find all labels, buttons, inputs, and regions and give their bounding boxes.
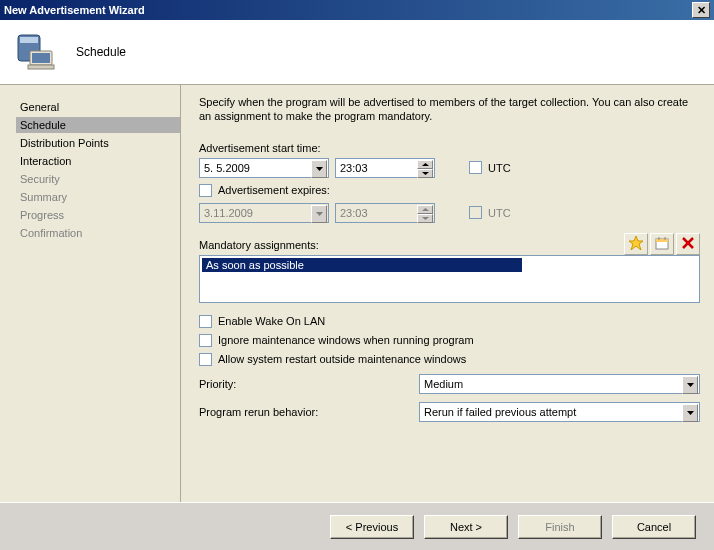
svg-rect-3 — [32, 53, 50, 63]
delete-x-icon — [681, 236, 695, 252]
expire-time-value: 23:03 — [340, 207, 368, 219]
nav-distribution-points[interactable]: Distribution Points — [16, 135, 180, 151]
svg-marker-6 — [422, 163, 429, 166]
nav-general[interactable]: General — [16, 99, 180, 115]
allow-restart-checkbox[interactable] — [199, 353, 212, 366]
expire-date-value: 3.11.2009 — [204, 207, 253, 219]
start-time-spinner[interactable] — [417, 160, 433, 178]
ignore-maintenance-checkbox[interactable] — [199, 334, 212, 347]
svg-rect-1 — [20, 37, 38, 43]
rerun-value: Rerun if failed previous attempt — [424, 406, 576, 418]
priority-dropdown-button[interactable] — [682, 376, 698, 394]
start-time-value: 23:03 — [340, 162, 368, 174]
svg-rect-4 — [28, 65, 54, 69]
expire-utc-checkbox — [469, 206, 482, 219]
expire-date-picker: 3.11.2009 — [199, 203, 329, 223]
expire-time-picker: 23:03 — [335, 203, 435, 223]
nav-summary[interactable]: Summary — [16, 189, 180, 205]
start-date-value: 5. 5.2009 — [204, 162, 250, 174]
start-time-label: Advertisement start time: — [199, 142, 700, 154]
main-panel: Specify when the program will be adverti… — [181, 85, 714, 502]
close-icon: ✕ — [697, 4, 706, 17]
description-text: Specify when the program will be adverti… — [199, 95, 700, 124]
rerun-label: Program rerun behavior: — [199, 406, 419, 418]
start-date-dropdown[interactable] — [311, 160, 327, 178]
start-time-picker[interactable]: 23:03 — [335, 158, 435, 178]
start-utc-checkbox[interactable] — [469, 161, 482, 174]
wizard-footer: < Previous Next > Finish Cancel — [0, 502, 714, 550]
nav-progress[interactable]: Progress — [16, 207, 180, 223]
expire-time-spinner — [417, 205, 433, 223]
expires-checkbox[interactable] — [199, 184, 212, 197]
rerun-select[interactable]: Rerun if failed previous attempt — [419, 402, 700, 422]
edit-assignment-button[interactable] — [650, 233, 674, 255]
priority-select[interactable]: Medium — [419, 374, 700, 394]
window-title: New Advertisement Wizard — [4, 4, 145, 16]
assignments-label: Mandatory assignments: — [199, 239, 624, 251]
svg-marker-9 — [422, 208, 429, 211]
svg-marker-19 — [687, 411, 694, 415]
start-utc-label: UTC — [488, 162, 511, 174]
wol-checkbox[interactable] — [199, 315, 212, 328]
cancel-button[interactable]: Cancel — [612, 515, 696, 539]
nav-security[interactable]: Security — [16, 171, 180, 187]
start-date-picker[interactable]: 5. 5.2009 — [199, 158, 329, 178]
rerun-dropdown-button[interactable] — [682, 404, 698, 422]
new-assignment-button[interactable] — [624, 233, 648, 255]
svg-marker-7 — [422, 172, 429, 175]
assignments-listbox[interactable]: As soon as possible — [199, 255, 700, 303]
priority-value: Medium — [424, 378, 463, 390]
expire-date-dropdown — [311, 205, 327, 223]
svg-rect-13 — [656, 239, 668, 242]
nav-confirmation[interactable]: Confirmation — [16, 225, 180, 241]
nav-interaction[interactable]: Interaction — [16, 153, 180, 169]
page-title: Schedule — [76, 45, 126, 59]
delete-assignment-button[interactable] — [676, 233, 700, 255]
svg-marker-8 — [316, 212, 323, 216]
svg-marker-5 — [316, 167, 323, 171]
finish-button: Finish — [518, 515, 602, 539]
allow-restart-label: Allow system restart outside maintenance… — [218, 353, 466, 365]
expires-label: Advertisement expires: — [218, 184, 330, 196]
calendar-icon — [655, 236, 669, 252]
assignment-item[interactable]: As soon as possible — [202, 258, 522, 272]
nav-schedule[interactable]: Schedule — [16, 117, 180, 133]
svg-marker-11 — [629, 236, 643, 250]
svg-marker-10 — [422, 217, 429, 220]
svg-marker-18 — [687, 383, 694, 387]
previous-button[interactable]: < Previous — [330, 515, 414, 539]
expire-utc-label: UTC — [488, 207, 511, 219]
wizard-header: Schedule — [0, 20, 714, 84]
close-button[interactable]: ✕ — [692, 2, 710, 18]
wol-label: Enable Wake On LAN — [218, 315, 325, 327]
priority-label: Priority: — [199, 378, 419, 390]
computer-icon — [14, 31, 56, 73]
ignore-maintenance-label: Ignore maintenance windows when running … — [218, 334, 474, 346]
title-bar: New Advertisement Wizard ✕ — [0, 0, 714, 20]
next-button[interactable]: Next > — [424, 515, 508, 539]
starburst-icon — [629, 236, 643, 252]
wizard-nav: General Schedule Distribution Points Int… — [0, 85, 180, 502]
